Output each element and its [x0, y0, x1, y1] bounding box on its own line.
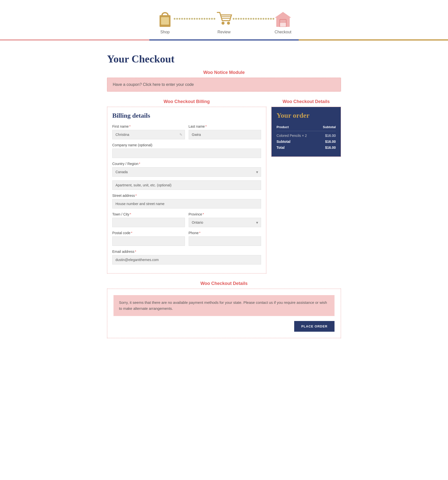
phone-input[interactable] [189, 236, 261, 246]
email-required: * [135, 250, 136, 254]
coupon-banner[interactable]: Have a coupon? Click here to enter your … [107, 78, 341, 92]
details-module-header-col: Woo Checkout Details [271, 99, 341, 106]
place-order-row: PLACE ORDER [113, 321, 335, 332]
phone-group: Phone* [189, 231, 261, 246]
progress-dots-2 [233, 18, 274, 27]
company-input[interactable] [112, 149, 261, 158]
apartment-group [112, 180, 261, 190]
street-label: Street address* [112, 194, 261, 198]
province-select-wrapper: Ontario [189, 218, 261, 227]
town-province-row: Town / City* Province* Ontario [112, 212, 261, 227]
coupon-text: Have a coupon? Click here to enter your … [113, 82, 194, 87]
order-subtotal-value: $16.00 [325, 140, 336, 144]
svg-rect-2 [161, 17, 169, 25]
order-panel: Your order Product Subtotal Colored Penc… [271, 107, 341, 157]
postal-input[interactable] [112, 236, 185, 246]
progress-step-shop[interactable]: Shop [156, 10, 174, 34]
bottom-module-header: Woo Checkout Details [107, 281, 341, 286]
company-label: Company name (optional) [112, 143, 261, 147]
province-select[interactable]: Ontario [189, 218, 261, 227]
progress-step-review[interactable]: Review [215, 10, 233, 34]
order-title: Your order [272, 107, 341, 124]
first-name-label: First name* [112, 124, 185, 128]
street-input[interactable] [112, 199, 261, 209]
order-table-header: Product Subtotal [277, 125, 336, 131]
order-item-row: Colored Pencils × 2 $16.00 [277, 134, 336, 138]
postal-label: Postal code* [112, 231, 185, 235]
order-item-subtotal: $16.00 [325, 134, 336, 138]
review-label: Review [218, 30, 230, 34]
billing-module-header-col: Woo Checkout Billing [107, 99, 266, 106]
postal-required: * [131, 231, 132, 235]
edit-icon: ✎ [179, 133, 182, 137]
notice-module-header: Woo Notice Module [107, 70, 341, 75]
country-label: Country / Region* [112, 162, 261, 166]
svg-rect-12 [280, 19, 286, 23]
last-name-label: Last name* [189, 124, 261, 128]
svg-marker-9 [275, 12, 291, 18]
last-name-required: * [205, 124, 207, 128]
phone-label: Phone* [189, 231, 261, 235]
subtotal-col-header: Subtotal [323, 125, 336, 129]
apartment-input[interactable] [112, 180, 261, 190]
svg-point-3 [222, 22, 224, 25]
billing-title: Billing details [112, 112, 261, 119]
checkout-columns: Billing details First name* ✎ Last name* [107, 107, 341, 273]
place-order-button[interactable]: PLACE ORDER [294, 321, 335, 332]
town-label: Town / City* [112, 212, 185, 216]
postal-group: Postal code* [112, 231, 185, 246]
billing-section: Billing details First name* ✎ Last name* [107, 107, 266, 273]
color-bar-blue [149, 39, 299, 41]
progress-dots-1 [174, 18, 215, 27]
country-row: Country / Region* Canada [112, 162, 261, 177]
shop-icon [156, 10, 174, 27]
order-module-header: Woo Checkout Details [271, 99, 341, 104]
cart-icon [215, 10, 233, 27]
phone-required: * [199, 231, 200, 235]
order-table: Product Subtotal Colored Pencils × 2 $16… [272, 124, 341, 157]
order-total-row: Total $16.00 [277, 146, 336, 150]
street-row: Street address* [112, 194, 261, 209]
country-required: * [139, 162, 140, 166]
order-subtotal-label: Subtotal [277, 140, 290, 144]
checkout-label: Checkout [275, 30, 291, 34]
apartment-row [112, 180, 261, 190]
color-bar-gold [299, 39, 448, 41]
country-select[interactable]: Canada [112, 167, 261, 177]
province-group: Province* Ontario [189, 212, 261, 227]
first-name-input-wrapper: ✎ [112, 130, 185, 139]
order-total-value: $16.00 [325, 146, 336, 150]
postal-phone-row: Postal code* Phone* [112, 231, 261, 246]
store-icon [274, 10, 292, 27]
email-label: Email address* [112, 250, 261, 254]
main-content: Your Checkout Woo Notice Module Have a c… [100, 48, 348, 348]
country-group: Country / Region* Canada [112, 162, 261, 177]
company-row: Company name (optional) [112, 143, 261, 158]
svg-point-4 [227, 22, 230, 25]
town-required: * [130, 212, 131, 216]
country-select-wrapper: Canada [112, 167, 261, 177]
town-input[interactable] [112, 218, 185, 227]
order-total-label: Total [277, 146, 284, 150]
name-row: First name* ✎ Last name* [112, 124, 261, 139]
province-required: * [203, 212, 204, 216]
email-row: Email address* [112, 250, 261, 265]
columns-header: Woo Checkout Billing Woo Checkout Detail… [107, 99, 341, 106]
page-title: Your Checkout [107, 53, 341, 65]
bottom-section: Sorry, it seems that there are no availa… [107, 289, 341, 338]
last-name-input[interactable] [189, 130, 261, 139]
first-name-input[interactable] [112, 130, 185, 139]
progress-step-checkout[interactable]: Checkout [274, 10, 292, 34]
color-bar [0, 39, 448, 41]
payment-notice: Sorry, it seems that there are no availa… [113, 295, 335, 316]
email-input[interactable] [112, 255, 261, 265]
last-name-group: Last name* [189, 124, 261, 139]
first-name-required: * [129, 124, 130, 128]
color-bar-pink [0, 39, 149, 41]
billing-module-header: Woo Checkout Billing [107, 99, 266, 104]
order-subtotal-row: Subtotal $16.00 [277, 140, 336, 144]
first-name-group: First name* ✎ [112, 124, 185, 139]
town-group: Town / City* [112, 212, 185, 227]
email-group: Email address* [112, 250, 261, 265]
progress-bar: Shop Review [0, 0, 448, 39]
